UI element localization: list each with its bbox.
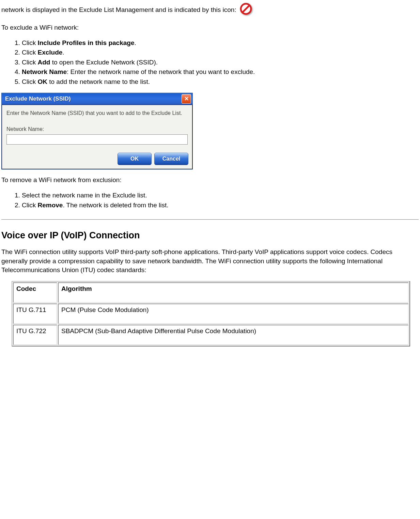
cancel-button[interactable]: Cancel: [154, 153, 188, 165]
list-item: Click Add to open the Exclude Network (S…: [22, 58, 419, 67]
algorithm-cell: SBADPCM (Sub-Band Adaptive Differential …: [58, 325, 409, 345]
list-item: Click Exclude.: [22, 48, 419, 57]
exclude-heading: To exclude a WiFi network:: [1, 23, 419, 32]
voip-heading: Voice over IP (VoIP) Connection: [1, 230, 419, 241]
list-item: Network Name: Enter the network name of …: [22, 68, 419, 77]
voip-paragraph: The WiFi connection utility supports VoI…: [1, 248, 419, 275]
table-row: ITU G.711 PCM (Pulse Code Modulation): [13, 303, 409, 324]
algorithm-header: Algorithm: [58, 282, 409, 303]
ok-button[interactable]: OK: [118, 153, 152, 165]
close-button[interactable]: ✕: [182, 94, 191, 104]
list-item: Select the network name in the Exclude l…: [22, 191, 419, 200]
codec-header: Codec: [13, 282, 57, 303]
intro-line: network is displayed in the Exclude List…: [1, 3, 419, 17]
close-icon: ✕: [184, 95, 189, 102]
codec-table: Codec Algorithm ITU G.711 PCM (Pulse Cod…: [12, 281, 410, 346]
divider: [1, 219, 419, 220]
dialog-instruction: Enter the Network Name (SSID) that you w…: [6, 110, 188, 117]
dialog-titlebar: Exclude Network (SSID) ✕: [2, 93, 192, 105]
codec-cell: ITU G.711: [13, 303, 57, 324]
algorithm-cell: PCM (Pulse Code Modulation): [58, 303, 409, 324]
dialog-title: Exclude Network (SSID): [5, 95, 71, 102]
network-name-label: Network Name:: [6, 126, 188, 132]
list-item: Click Remove. The network is deleted fro…: [22, 201, 419, 210]
table-row: ITU G.722 SBADPCM (Sub-Band Adaptive Dif…: [13, 325, 409, 345]
table-header-row: Codec Algorithm: [13, 282, 409, 303]
exclude-network-dialog: Exclude Network (SSID) ✕ Enter the Netwo…: [1, 93, 193, 170]
list-item: Click OK to add the network name to the …: [22, 77, 419, 87]
prohibit-icon: [240, 3, 252, 15]
list-item: Click Include Profiles in this package.: [22, 39, 419, 48]
network-name-input[interactable]: [6, 134, 188, 145]
dialog-body: Enter the Network Name (SSID) that you w…: [2, 105, 192, 148]
dialog-buttons: OK Cancel: [2, 147, 192, 169]
codec-cell: ITU G.722: [13, 325, 57, 345]
exclude-steps: Click Include Profiles in this package. …: [1, 39, 419, 87]
remove-steps: Select the network name in the Exclude l…: [1, 191, 419, 210]
remove-heading: To remove a WiFi network from exclusion:: [1, 176, 419, 185]
intro-text: network is displayed in the Exclude List…: [1, 6, 236, 14]
